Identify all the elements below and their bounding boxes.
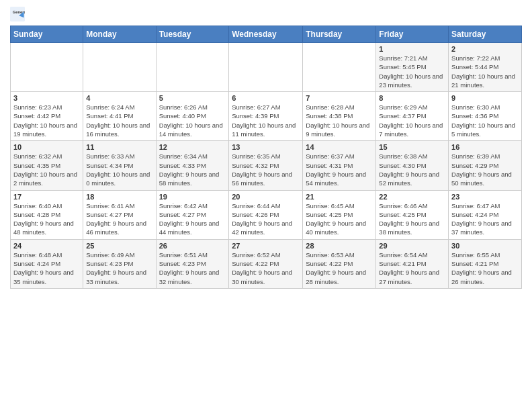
day-number: 4	[86, 94, 152, 102]
calendar-header-row: SundayMondayTuesdayWednesdayThursdayFrid…	[11, 26, 522, 43]
calendar-cell	[229, 43, 303, 92]
calendar-cell: 27Sunrise: 6:52 AM Sunset: 4:22 PM Dayli…	[229, 239, 303, 288]
calendar-cell: 20Sunrise: 6:44 AM Sunset: 4:26 PM Dayli…	[229, 190, 303, 239]
logo: General	[10, 7, 28, 21]
day-number: 30	[451, 242, 519, 250]
day-number: 16	[451, 143, 519, 151]
day-info: Sunrise: 6:41 AM Sunset: 4:27 PM Dayligh…	[86, 201, 152, 237]
day-number: 9	[451, 94, 519, 102]
day-info: Sunrise: 6:29 AM Sunset: 4:37 PM Dayligh…	[379, 103, 445, 138]
day-number: 6	[232, 94, 300, 102]
day-info: Sunrise: 6:51 AM Sunset: 4:23 PM Dayligh…	[159, 250, 226, 286]
calendar-header-tuesday: Tuesday	[156, 26, 229, 43]
day-info: Sunrise: 6:24 AM Sunset: 4:41 PM Dayligh…	[86, 103, 152, 138]
calendar-cell: 15Sunrise: 6:38 AM Sunset: 4:30 PM Dayli…	[376, 141, 449, 190]
day-number: 11	[86, 143, 152, 151]
day-number: 3	[13, 94, 80, 102]
day-info: Sunrise: 6:47 AM Sunset: 4:24 PM Dayligh…	[451, 201, 519, 237]
calendar-cell: 19Sunrise: 6:42 AM Sunset: 4:27 PM Dayli…	[156, 190, 229, 239]
day-number: 25	[86, 242, 152, 250]
day-info: Sunrise: 6:54 AM Sunset: 4:21 PM Dayligh…	[379, 250, 445, 286]
calendar-cell: 21Sunrise: 6:45 AM Sunset: 4:25 PM Dayli…	[303, 190, 376, 239]
calendar-cell: 16Sunrise: 6:39 AM Sunset: 4:29 PM Dayli…	[449, 141, 522, 190]
calendar-cell: 2Sunrise: 7:22 AM Sunset: 5:44 PM Daylig…	[449, 43, 522, 92]
calendar-cell: 10Sunrise: 6:32 AM Sunset: 4:35 PM Dayli…	[11, 141, 83, 190]
day-info: Sunrise: 6:42 AM Sunset: 4:27 PM Dayligh…	[159, 201, 226, 237]
calendar-cell: 28Sunrise: 6:53 AM Sunset: 4:22 PM Dayli…	[303, 239, 376, 288]
day-number: 24	[13, 242, 80, 250]
logo-icon: General	[10, 7, 25, 21]
day-number: 12	[159, 143, 226, 151]
day-number: 21	[306, 193, 373, 201]
calendar-week-row: 17Sunrise: 6:40 AM Sunset: 4:28 PM Dayli…	[11, 190, 522, 239]
day-number: 14	[306, 143, 373, 151]
calendar-cell: 6Sunrise: 6:27 AM Sunset: 4:39 PM Daylig…	[229, 92, 303, 141]
calendar-cell	[303, 43, 376, 92]
calendar-cell: 24Sunrise: 6:48 AM Sunset: 4:24 PM Dayli…	[11, 239, 83, 288]
day-info: Sunrise: 6:34 AM Sunset: 4:33 PM Dayligh…	[159, 152, 226, 187]
day-info: Sunrise: 6:35 AM Sunset: 4:32 PM Dayligh…	[232, 152, 300, 187]
calendar-cell: 7Sunrise: 6:28 AM Sunset: 4:38 PM Daylig…	[303, 92, 376, 141]
day-info: Sunrise: 6:46 AM Sunset: 4:25 PM Dayligh…	[379, 201, 445, 237]
day-number: 1	[379, 45, 445, 53]
calendar-cell: 17Sunrise: 6:40 AM Sunset: 4:28 PM Dayli…	[11, 190, 83, 239]
day-number: 26	[159, 242, 226, 250]
day-info: Sunrise: 6:40 AM Sunset: 4:28 PM Dayligh…	[13, 201, 80, 237]
day-number: 15	[379, 143, 445, 151]
calendar-cell: 5Sunrise: 6:26 AM Sunset: 4:40 PM Daylig…	[156, 92, 229, 141]
day-number: 23	[451, 193, 519, 201]
calendar-cell: 1Sunrise: 7:21 AM Sunset: 5:45 PM Daylig…	[376, 43, 449, 92]
calendar-week-row: 1Sunrise: 7:21 AM Sunset: 5:45 PM Daylig…	[11, 43, 522, 92]
day-number: 28	[306, 242, 373, 250]
day-number: 29	[379, 242, 445, 250]
day-number: 27	[232, 242, 300, 250]
day-info: Sunrise: 6:44 AM Sunset: 4:26 PM Dayligh…	[232, 201, 300, 237]
calendar-week-row: 3Sunrise: 6:23 AM Sunset: 4:42 PM Daylig…	[11, 92, 522, 141]
calendar-header-monday: Monday	[83, 26, 156, 43]
calendar-cell: 26Sunrise: 6:51 AM Sunset: 4:23 PM Dayli…	[156, 239, 229, 288]
calendar-cell	[83, 43, 156, 92]
calendar-cell: 4Sunrise: 6:24 AM Sunset: 4:41 PM Daylig…	[83, 92, 156, 141]
day-number: 18	[86, 193, 152, 201]
calendar-header-sunday: Sunday	[11, 26, 83, 43]
day-info: Sunrise: 6:45 AM Sunset: 4:25 PM Dayligh…	[306, 201, 373, 237]
day-info: Sunrise: 6:52 AM Sunset: 4:22 PM Dayligh…	[232, 250, 300, 286]
day-info: Sunrise: 6:48 AM Sunset: 4:24 PM Dayligh…	[13, 250, 80, 286]
day-info: Sunrise: 7:21 AM Sunset: 5:45 PM Dayligh…	[379, 54, 445, 89]
day-info: Sunrise: 6:27 AM Sunset: 4:39 PM Dayligh…	[232, 103, 300, 138]
calendar-table: SundayMondayTuesdayWednesdayThursdayFrid…	[10, 26, 522, 289]
calendar-cell	[11, 43, 83, 92]
calendar-cell: 22Sunrise: 6:46 AM Sunset: 4:25 PM Dayli…	[376, 190, 449, 239]
calendar-header-friday: Friday	[376, 26, 449, 43]
day-info: Sunrise: 7:22 AM Sunset: 5:44 PM Dayligh…	[451, 54, 519, 89]
calendar-week-row: 24Sunrise: 6:48 AM Sunset: 4:24 PM Dayli…	[11, 239, 522, 288]
day-number: 2	[451, 45, 519, 53]
calendar-cell: 18Sunrise: 6:41 AM Sunset: 4:27 PM Dayli…	[83, 190, 156, 239]
day-info: Sunrise: 6:30 AM Sunset: 4:36 PM Dayligh…	[451, 103, 519, 138]
day-number: 17	[13, 193, 80, 201]
day-info: Sunrise: 6:33 AM Sunset: 4:34 PM Dayligh…	[86, 152, 152, 187]
day-info: Sunrise: 6:38 AM Sunset: 4:30 PM Dayligh…	[379, 152, 445, 187]
calendar-cell: 13Sunrise: 6:35 AM Sunset: 4:32 PM Dayli…	[229, 141, 303, 190]
calendar-cell	[156, 43, 229, 92]
day-number: 19	[159, 193, 226, 201]
day-info: Sunrise: 6:28 AM Sunset: 4:38 PM Dayligh…	[306, 103, 373, 138]
calendar-cell: 8Sunrise: 6:29 AM Sunset: 4:37 PM Daylig…	[376, 92, 449, 141]
page-header: General	[10, 7, 522, 21]
day-info: Sunrise: 6:55 AM Sunset: 4:21 PM Dayligh…	[451, 250, 519, 286]
day-info: Sunrise: 6:37 AM Sunset: 4:31 PM Dayligh…	[306, 152, 373, 187]
day-number: 5	[159, 94, 226, 102]
calendar-header-wednesday: Wednesday	[229, 26, 303, 43]
day-number: 8	[379, 94, 445, 102]
calendar-cell: 11Sunrise: 6:33 AM Sunset: 4:34 PM Dayli…	[83, 141, 156, 190]
calendar-cell: 14Sunrise: 6:37 AM Sunset: 4:31 PM Dayli…	[303, 141, 376, 190]
calendar-header-thursday: Thursday	[303, 26, 376, 43]
day-info: Sunrise: 6:49 AM Sunset: 4:23 PM Dayligh…	[86, 250, 152, 286]
calendar-cell: 30Sunrise: 6:55 AM Sunset: 4:21 PM Dayli…	[449, 239, 522, 288]
calendar-cell: 3Sunrise: 6:23 AM Sunset: 4:42 PM Daylig…	[11, 92, 83, 141]
day-info: Sunrise: 6:32 AM Sunset: 4:35 PM Dayligh…	[13, 152, 80, 187]
day-number: 13	[232, 143, 300, 151]
calendar-cell: 9Sunrise: 6:30 AM Sunset: 4:36 PM Daylig…	[449, 92, 522, 141]
day-info: Sunrise: 6:23 AM Sunset: 4:42 PM Dayligh…	[13, 103, 80, 138]
day-info: Sunrise: 6:39 AM Sunset: 4:29 PM Dayligh…	[451, 152, 519, 187]
